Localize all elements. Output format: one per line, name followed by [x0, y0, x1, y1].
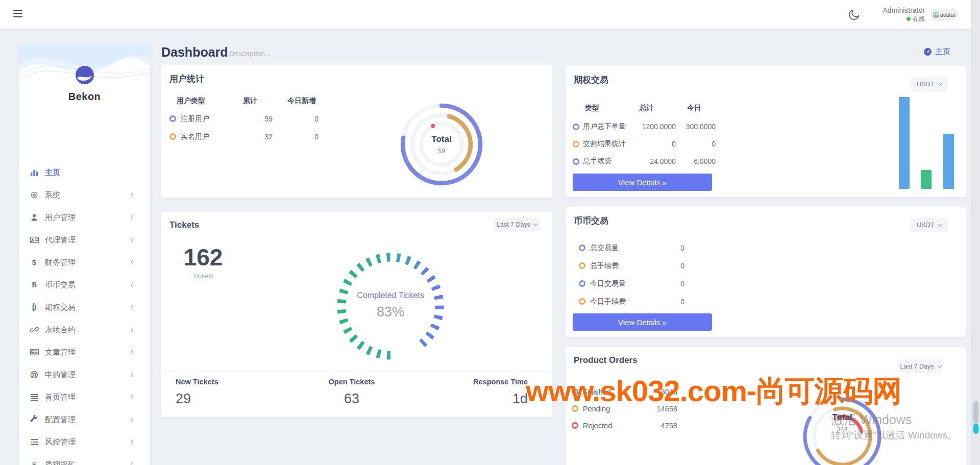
table-row: 总交易量 0 [579, 239, 732, 257]
bar [921, 170, 932, 189]
outdent-list-icon [29, 437, 39, 447]
breadcrumb[interactable]: 主页 [923, 47, 950, 57]
series-orange-ring-icon [573, 141, 579, 148]
stat-block: Open Tickets 63 [293, 372, 410, 417]
page-subtitle: Description... [229, 50, 271, 58]
newspaper-icon [29, 348, 39, 357]
chevron-left-icon [131, 215, 136, 220]
sidebar-item-homepage[interactable]: 首页管理 [19, 386, 150, 408]
sidebar-item-users[interactable]: 用户管理 [19, 206, 150, 229]
bitcoin-icon: B [29, 303, 39, 312]
tickets-total: 162 Tickets [173, 243, 234, 280]
scrollbar-thumb[interactable] [973, 401, 978, 424]
sidebar-item-articles[interactable]: 文章管理 [19, 341, 150, 363]
menu-toggle-icon[interactable] [13, 10, 22, 18]
stat-block: New Tickets 29 [161, 372, 293, 417]
sidebar-item-agents[interactable]: 代理管理 [19, 229, 150, 251]
dark-mode-toggle[interactable] [847, 8, 861, 21]
top-navbar: Administrator 在线 avatar [0, 0, 980, 29]
chevron-down-icon [938, 81, 942, 85]
avatar[interactable]: avatar [931, 9, 958, 20]
user-stats-card: 用户统计 用户类型 累计 今日新增 注册用户 59 0 实名用户 32 0 To… [161, 65, 552, 198]
series-purple-ring-icon [572, 388, 578, 395]
scrollbar-accent [973, 424, 978, 434]
sidebar-item-risk[interactable]: 风控管理 [19, 431, 150, 453]
table-row: 今日交易量 0 [579, 275, 732, 292]
table-row: 交割结果统计 0 0 [573, 135, 716, 153]
table-row: Rejected 4758 [572, 417, 725, 434]
online-status-label: 在线 [913, 15, 925, 23]
sidebar-item-finance[interactable]: $ 财务管理 [19, 251, 150, 274]
currency-dropdown[interactable]: USDT [910, 77, 948, 91]
online-status-dot [906, 17, 911, 21]
life-ring-icon [29, 370, 39, 379]
table-row: 总手续费 0 [579, 257, 732, 275]
moon-icon [847, 8, 861, 21]
chevron-left-icon [131, 372, 136, 377]
page-title: Dashboard [161, 45, 228, 60]
scrollbar-track[interactable] [971, 0, 980, 465]
table-row: 注册用户 59 0 [169, 110, 328, 128]
svg-text:B: B [32, 281, 37, 289]
series-purple-ring-icon [579, 244, 585, 251]
chevron-down-icon [534, 222, 538, 226]
bar [943, 134, 954, 189]
chevron-left-icon [131, 395, 136, 400]
spot-trading-card: 币币交易 USDT 总交易量 0 总手续费 0 今日交易量 0 今日手续费 0 … [566, 207, 966, 337]
card-title: 币币交易 [574, 215, 608, 227]
period-dropdown[interactable]: Last 7 Days [898, 359, 943, 373]
series-orange-ring-icon [579, 298, 585, 305]
series-purple-ring-icon [579, 280, 585, 287]
svg-text:¥: ¥ [32, 460, 37, 465]
id-card-icon [29, 235, 39, 244]
list-icon [29, 393, 39, 402]
chevron-left-icon [131, 350, 136, 355]
series-purple-ring-icon [573, 158, 579, 165]
broken-image-icon [933, 12, 939, 18]
series-red-ring-icon [572, 422, 578, 429]
sidebar-item-spot-trading[interactable]: B 币币交易 [19, 274, 150, 296]
sidebar-item-options-trading[interactable]: B 期权交易 [19, 296, 150, 319]
sidebar-item-perpetual[interactable]: 永续合约 [19, 319, 150, 341]
table-row: Finished 3013 [572, 383, 725, 400]
dashboard-gauge-icon [923, 47, 932, 56]
chevron-left-icon [131, 417, 136, 422]
chevron-left-icon [131, 327, 136, 332]
brand-logo-icon [75, 65, 94, 85]
link-icon [29, 325, 39, 334]
card-title: Product Orders [574, 355, 638, 365]
sidebar-item-system[interactable]: 系统 [19, 184, 150, 206]
series-orange-ring-icon [572, 405, 578, 412]
sidebar-menu: 主页 系统 用户管理 代理管理 $ 财务管理 [19, 161, 150, 465]
brand[interactable]: Bekon [19, 44, 150, 103]
view-details-button[interactable]: View Details » [573, 174, 712, 191]
chevron-left-icon [131, 439, 136, 445]
card-title: 用户统计 [169, 73, 204, 85]
bar [899, 97, 910, 189]
table-row: 实名用户 32 0 [169, 128, 328, 145]
sidebar-item-label: 主页 [45, 168, 60, 178]
table-header: 用户类型 累计 今日新增 [169, 96, 323, 107]
view-details-button[interactable]: View Details » [573, 313, 712, 331]
chevron-left-icon [131, 462, 136, 465]
tickets-footer-stats: New Tickets 29 Open Tickets 63 Response … [161, 371, 552, 417]
table-row: 总手续费 24.0000 6.0000 [573, 153, 716, 170]
currency-dropdown[interactable]: USDT [910, 218, 948, 232]
sidebar-item-staking[interactable]: ¥ 质押挖矿 [19, 453, 150, 465]
dollar-icon: $ [29, 258, 39, 267]
chevron-left-icon [131, 237, 136, 242]
sidebar-item-home[interactable]: 主页 [19, 161, 150, 184]
brand-name: Bekon [19, 91, 150, 103]
user-icon [29, 213, 39, 222]
gear-icon [29, 190, 39, 200]
chevron-down-icon [938, 222, 942, 226]
letter-b-icon: B [29, 280, 39, 289]
product-orders-card: Product Orders Last 7 Days Finished 3013… [566, 347, 966, 465]
user-menu[interactable]: Administrator 在线 [883, 6, 925, 23]
sidebar-item-subscription[interactable]: 申购管理 [19, 363, 150, 386]
period-dropdown[interactable]: Last 7 Days [494, 217, 541, 232]
card-title: Tickets [169, 220, 199, 230]
sidebar-item-config[interactable]: 配置管理 [19, 408, 150, 431]
breadcrumb-label: 主页 [935, 47, 950, 57]
chevron-left-icon [131, 260, 136, 265]
